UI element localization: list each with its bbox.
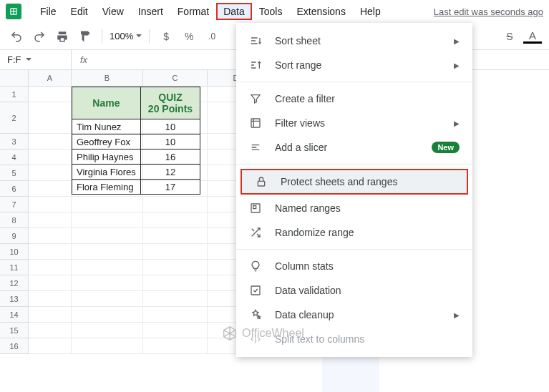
- row-header[interactable]: 9: [0, 228, 29, 244]
- cell[interactable]: [72, 260, 143, 275]
- cell[interactable]: [29, 197, 72, 212]
- row-header[interactable]: 14: [0, 307, 29, 323]
- cell[interactable]: [29, 244, 72, 260]
- menu-view[interactable]: View: [95, 3, 131, 20]
- cell-name[interactable]: Virginia Flores: [72, 165, 141, 180]
- menu-named-ranges[interactable]: Named ranges: [236, 196, 472, 220]
- format-currency-button[interactable]: $: [157, 27, 175, 46]
- menu-randomize-range[interactable]: Randomize range: [236, 220, 472, 245]
- cell[interactable]: [29, 307, 72, 323]
- cell-score[interactable]: 12: [140, 165, 200, 180]
- paint-format-button[interactable]: [76, 27, 94, 46]
- cell[interactable]: [29, 87, 72, 102]
- row-header[interactable]: 2: [0, 102, 29, 134]
- col-header-B[interactable]: B: [72, 70, 143, 87]
- cell[interactable]: [72, 291, 143, 307]
- print-button[interactable]: [53, 27, 72, 46]
- menu-file[interactable]: File: [33, 3, 64, 20]
- menu-format[interactable]: Format: [170, 3, 216, 20]
- row-header[interactable]: 10: [0, 244, 29, 260]
- sheets-logo[interactable]: [6, 4, 21, 19]
- cell[interactable]: [29, 150, 72, 165]
- table-row[interactable]: Virginia Flores12: [72, 165, 200, 180]
- decrease-decimal-button[interactable]: .0: [203, 27, 221, 46]
- menu-data-cleanup[interactable]: Data cleanup▶: [236, 303, 472, 327]
- row-header[interactable]: 7: [0, 197, 29, 212]
- menu-extensions[interactable]: Extensions: [289, 3, 352, 20]
- cell[interactable]: [143, 307, 208, 323]
- menu-sort-range[interactable]: Sort range▶: [236, 53, 472, 77]
- cell[interactable]: [29, 102, 72, 134]
- menu-help[interactable]: Help: [353, 3, 388, 20]
- cell[interactable]: [29, 212, 72, 228]
- cell[interactable]: [72, 212, 143, 228]
- cell[interactable]: [29, 275, 72, 291]
- row-header[interactable]: 3: [0, 134, 29, 150]
- cell[interactable]: [72, 323, 143, 338]
- header-quiz[interactable]: QUIZ20 Points: [140, 87, 200, 119]
- redo-button[interactable]: [30, 27, 49, 46]
- row-header[interactable]: 16: [0, 338, 29, 354]
- cell[interactable]: [72, 275, 143, 291]
- cell[interactable]: [143, 244, 208, 260]
- cell[interactable]: [29, 323, 72, 338]
- cell[interactable]: [29, 134, 72, 150]
- cell[interactable]: [29, 260, 72, 275]
- row-header[interactable]: 13: [0, 291, 29, 307]
- format-percent-button[interactable]: %: [180, 27, 198, 46]
- menu-create-a-filter[interactable]: Create a filter: [236, 87, 472, 111]
- undo-button[interactable]: [7, 27, 26, 46]
- cell[interactable]: [72, 338, 143, 354]
- strikethrough-button[interactable]: S: [500, 27, 519, 46]
- cell-name[interactable]: Philip Haynes: [72, 150, 141, 165]
- row-header[interactable]: 4: [0, 150, 29, 165]
- menu-data[interactable]: Data: [216, 3, 252, 20]
- last-edit-link[interactable]: Last edit was seconds ago: [434, 6, 543, 17]
- name-box[interactable]: F:F: [0, 50, 72, 69]
- cell-name[interactable]: Geoffrey Fox: [72, 134, 141, 150]
- table-row[interactable]: Philip Haynes16: [72, 150, 200, 165]
- cell[interactable]: [29, 291, 72, 307]
- cell[interactable]: [72, 307, 143, 323]
- row-header[interactable]: 12: [0, 275, 29, 291]
- row-header[interactable]: 15: [0, 323, 29, 338]
- menu-protect-sheets-and-ranges[interactable]: Protect sheets and ranges: [241, 169, 468, 195]
- row-header[interactable]: 11: [0, 260, 29, 275]
- cell-score[interactable]: 10: [140, 119, 200, 134]
- cell[interactable]: [143, 228, 208, 244]
- menu-tools[interactable]: Tools: [252, 3, 290, 20]
- cell[interactable]: [29, 338, 72, 354]
- cell-score[interactable]: 10: [140, 134, 200, 150]
- menu-filter-views[interactable]: Filter views▶: [236, 111, 472, 135]
- table-row[interactable]: Flora Fleming17: [72, 180, 200, 195]
- menu-insert[interactable]: Insert: [131, 3, 170, 20]
- col-header-C[interactable]: C: [143, 70, 208, 87]
- cell-score[interactable]: 16: [140, 150, 200, 165]
- cell[interactable]: [72, 244, 143, 260]
- cell[interactable]: [143, 291, 208, 307]
- col-header-A[interactable]: A: [29, 70, 72, 87]
- cell[interactable]: [143, 338, 208, 354]
- menu-data-validation[interactable]: Data validation: [236, 278, 472, 303]
- menu-sort-sheet[interactable]: Sort sheet▶: [236, 29, 472, 53]
- menu-edit[interactable]: Edit: [64, 3, 95, 20]
- row-header[interactable]: 8: [0, 212, 29, 228]
- cell[interactable]: [143, 260, 208, 275]
- menu-add-a-slicer[interactable]: Add a slicerNew: [236, 135, 472, 160]
- menu-column-stats[interactable]: Column stats: [236, 254, 472, 278]
- row-header[interactable]: 1: [0, 87, 29, 102]
- table-row[interactable]: Geoffrey Fox10: [72, 134, 200, 150]
- cell[interactable]: [29, 165, 72, 181]
- zoom-dropdown[interactable]: 100%: [110, 31, 142, 41]
- cell[interactable]: [143, 323, 208, 338]
- table-row[interactable]: Tim Nunez10: [72, 119, 200, 134]
- cell[interactable]: [29, 228, 72, 244]
- cell[interactable]: [143, 212, 208, 228]
- cell-name[interactable]: Tim Nunez: [72, 119, 141, 134]
- cell[interactable]: [143, 275, 208, 291]
- cell[interactable]: [72, 197, 143, 212]
- cell-name[interactable]: Flora Fleming: [72, 180, 141, 195]
- cell[interactable]: [29, 181, 72, 197]
- cell[interactable]: [72, 228, 143, 244]
- row-header[interactable]: 5: [0, 165, 29, 181]
